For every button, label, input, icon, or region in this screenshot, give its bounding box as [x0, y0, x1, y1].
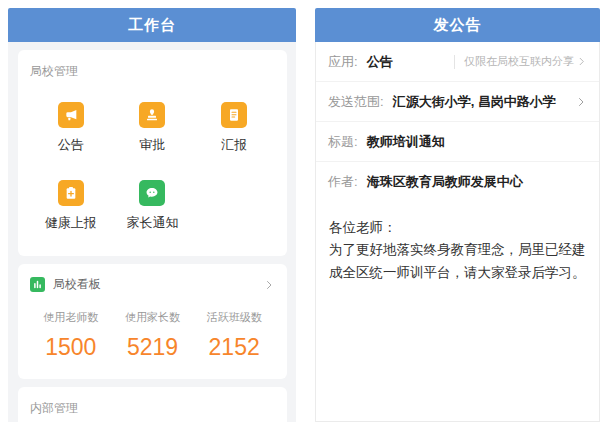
chevron-right-icon — [575, 96, 587, 108]
app-label: 健康上报 — [45, 214, 97, 232]
workbench-title: 工作台 — [128, 16, 176, 35]
subject-field-value: 教师培训通知 — [367, 133, 445, 151]
chevron-right-icon — [263, 279, 275, 291]
stamp-icon — [139, 102, 165, 128]
health-report-icon — [58, 180, 84, 206]
chevron-right-icon — [576, 56, 587, 67]
dashboard-header-row[interactable]: 局校看板 — [30, 276, 275, 293]
publish-announcement-screen: 发公告 应用: 公告 仅限在局校互联内分享 发送范围: 汇源大街小学, 昌岗中路… — [315, 8, 600, 422]
school-mgmt-card: 局校管理 公告 审批 — [18, 50, 287, 256]
stat-label: 活跃班级数 — [193, 310, 275, 325]
school-mgmt-section-title: 局校管理 — [30, 63, 275, 80]
share-scope-note[interactable]: 仅限在局校互联内分享 — [454, 54, 587, 69]
form-row-author[interactable]: 作者: 海珠区教育局教师发展中心 — [316, 162, 599, 202]
app-item-health-report[interactable]: 健康上报 — [45, 180, 97, 232]
scope-field-label: 发送范围: — [328, 93, 384, 111]
report-icon — [221, 102, 247, 128]
app-label: 汇报 — [221, 136, 247, 154]
stat-value: 1500 — [30, 334, 112, 361]
announcement-body-content: 为了更好地落实终身教育理念，局里已经建成全区统一师训平台，请大家登录后学习。 — [329, 239, 586, 284]
app-label: 公告 — [58, 136, 84, 154]
app-label: 审批 — [139, 136, 165, 154]
publish-form: 应用: 公告 仅限在局校互联内分享 发送范围: 汇源大街小学, 昌岗中路小学 — [315, 42, 600, 422]
author-field-value: 海珠区教育局教师发展中心 — [367, 173, 523, 191]
form-row-subject[interactable]: 标题: 教师培训通知 — [316, 122, 599, 162]
app-item-announcement[interactable]: 公告 — [58, 102, 84, 154]
dashboard-title: 局校看板 — [53, 276, 101, 293]
app-item-parent-notice[interactable]: 家长通知 — [126, 180, 178, 232]
megaphone-icon — [58, 102, 84, 128]
app-item-report[interactable]: 汇报 — [221, 102, 247, 154]
stat-active-classes: 活跃班级数 2152 — [193, 310, 275, 361]
publish-title: 发公告 — [434, 16, 482, 35]
vertical-divider — [454, 55, 455, 69]
internal-mgmt-section-title: 内部管理 — [30, 400, 275, 417]
author-field-label: 作者: — [328, 173, 358, 191]
app-field-label: 应用: — [328, 53, 358, 71]
stat-value: 5219 — [112, 334, 194, 361]
app-grid: 公告 审批 汇报 — [30, 102, 275, 232]
share-scope-note-text: 仅限在局校互联内分享 — [464, 54, 574, 69]
workbench-body: 局校管理 公告 审批 — [8, 42, 296, 422]
stat-teachers: 使用老师数 1500 — [30, 310, 112, 361]
dashboard-card: 局校看板 使用老师数 1500 使用家长数 5219 活跃班级数 — [18, 264, 287, 379]
screenshot-stage: 工作台 局校管理 公告 审批 — [0, 0, 607, 422]
workbench-screen: 工作台 局校管理 公告 审批 — [8, 8, 296, 422]
announcement-body-greeting: 各位老师： — [329, 217, 586, 239]
app-item-approval[interactable]: 审批 — [139, 102, 165, 154]
stat-label: 使用家长数 — [112, 310, 194, 325]
stat-label: 使用老师数 — [30, 310, 112, 325]
subject-field-label: 标题: — [328, 133, 358, 151]
dashboard-stats: 使用老师数 1500 使用家长数 5219 活跃班级数 2152 — [30, 310, 275, 361]
form-row-scope[interactable]: 发送范围: 汇源大街小学, 昌岗中路小学 — [316, 82, 599, 122]
publish-header: 发公告 — [315, 8, 600, 42]
workbench-header: 工作台 — [8, 8, 296, 42]
app-label: 家长通知 — [126, 214, 178, 232]
internal-mgmt-card: 内部管理 — [18, 387, 287, 422]
stat-value: 2152 — [193, 334, 275, 361]
dashboard-chart-icon — [30, 277, 45, 292]
stat-parents: 使用家长数 5219 — [112, 310, 194, 361]
announcement-body-editor[interactable]: 各位老师： 为了更好地落实终身教育理念，局里已经建成全区统一师训平台，请大家登录… — [316, 202, 599, 299]
app-field-value: 公告 — [367, 53, 393, 71]
form-row-app[interactable]: 应用: 公告 仅限在局校互联内分享 — [316, 42, 599, 82]
wechat-chat-icon — [139, 180, 165, 206]
scope-field-value: 汇源大街小学, 昌岗中路小学 — [393, 93, 556, 111]
